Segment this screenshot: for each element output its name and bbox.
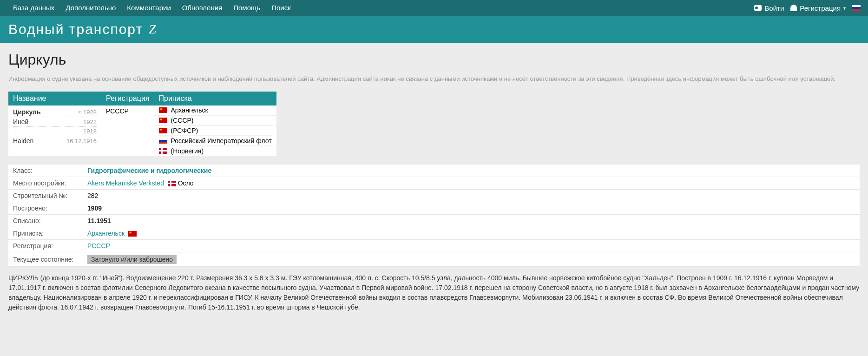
nav-search[interactable]: Поиск [266, 0, 296, 16]
port-label: Архангельск [171, 106, 208, 114]
name-label: Циркуль [13, 108, 41, 116]
site-title[interactable]: Водный транспорт Z [8, 21, 860, 37]
detail-label: Регистрация: [8, 240, 83, 252]
flag-ussr-icon [159, 128, 167, 133]
name-date: 1918 [83, 128, 97, 135]
page-title: Циркуль [8, 51, 860, 68]
flag-norway-icon [168, 181, 176, 186]
chevron-down-icon: ▾ [843, 6, 846, 11]
builder-link[interactable]: Akers Mekaniske Verksted [87, 179, 164, 187]
description-text: ЦИРКУЛЬ (до конца 1920-х гг. "Иней"). Во… [8, 273, 860, 312]
reg-cell: РСССР [101, 105, 154, 156]
nav-right: Войти Регистрация ▾ [754, 4, 861, 12]
port-row[interactable]: (СССР) [159, 116, 272, 125]
detail-value: 11.1951 [83, 215, 860, 227]
main-content: Циркуль Информация о судне указана на ос… [0, 43, 868, 321]
summary-table: Название Регистрация Приписка Циркуль ≈ … [8, 92, 276, 156]
nav-help[interactable]: Помощь [228, 0, 266, 16]
detail-label: Текущее состояние: [8, 252, 83, 267]
port-row[interactable]: (Норвегия) [159, 146, 272, 156]
site-banner: Водный транспорт Z [0, 16, 868, 43]
port-label: (СССР) [171, 117, 194, 124]
flag-ussr-icon [159, 107, 167, 113]
th-name: Название [8, 92, 101, 105]
name-label: Иней [13, 118, 28, 125]
reg-link[interactable]: РСССР [87, 242, 110, 250]
top-nav: База данных Дополнительно Комментарии Об… [0, 0, 868, 16]
detail-label: Класс: [8, 165, 83, 177]
detail-label: Приписка: [8, 227, 83, 240]
logo-icon: Z [149, 22, 157, 37]
port-row[interactable]: Архангельск [159, 105, 272, 115]
name-row: Иней 1922 [13, 117, 97, 127]
detail-value: 282 [83, 190, 860, 202]
class-link[interactable]: Гидрографические и гидрологические [87, 167, 211, 174]
nav-updates[interactable]: Обновления [177, 0, 228, 16]
names-cell: Циркуль ≈ 1928 Иней 1922 1918 Halden 16.… [8, 105, 101, 156]
port-row[interactable]: (РСФСР) [159, 126, 272, 136]
disclaimer-text: Информация о судне указана на основании … [8, 75, 860, 83]
nav-comments[interactable]: Комментарии [121, 0, 176, 16]
login-label: Войти [764, 4, 784, 12]
detail-label: Строительный №: [8, 190, 83, 202]
port-label: Российский Императорский флот [171, 137, 272, 145]
name-date: 16.12.1916 [66, 138, 97, 145]
nav-extra[interactable]: Дополнительно [60, 0, 121, 16]
th-port: Приписка [154, 92, 276, 105]
flag-norway-icon [159, 148, 167, 154]
port-label: (РСФСР) [171, 127, 198, 134]
user-icon [790, 5, 797, 11]
name-date: 1922 [83, 119, 97, 125]
id-card-icon [754, 5, 762, 11]
builder-city: Осло [178, 179, 194, 187]
nav-left: База данных Дополнительно Комментарии Об… [7, 0, 296, 16]
name-row: Циркуль ≈ 1928 [13, 107, 97, 117]
th-reg: Регистрация [101, 92, 154, 105]
register-label: Регистрация [800, 4, 841, 12]
flag-imperial-icon [159, 138, 167, 144]
flag-ussr-icon [159, 118, 167, 123]
banner-text: Водный транспорт [8, 21, 143, 37]
name-row: 1918 [13, 127, 97, 136]
nav-database[interactable]: База данных [7, 0, 60, 16]
flag-ussr-icon [128, 231, 137, 237]
port-label: (Норвегия) [171, 147, 204, 155]
detail-label: Место постройки: [8, 177, 83, 190]
login-link[interactable]: Войти [754, 4, 784, 12]
register-link[interactable]: Регистрация ▾ [790, 4, 846, 12]
detail-label: Построено: [8, 202, 83, 215]
name-date: ≈ 1928 [78, 109, 97, 116]
port-link[interactable]: Архангельск [87, 230, 125, 237]
port-row[interactable]: Российский Императорский флот [159, 136, 272, 146]
flag-ru-icon[interactable] [852, 5, 861, 11]
name-label: Halden [13, 137, 33, 145]
detail-label: Списано: [8, 215, 83, 227]
detail-value: 1909 [83, 202, 860, 215]
status-badge: Затонуло и/или заброшено [87, 255, 177, 264]
details-table: Класс: Гидрографические и гидрологически… [8, 165, 860, 267]
name-row: Halden 16.12.1916 [13, 136, 97, 145]
